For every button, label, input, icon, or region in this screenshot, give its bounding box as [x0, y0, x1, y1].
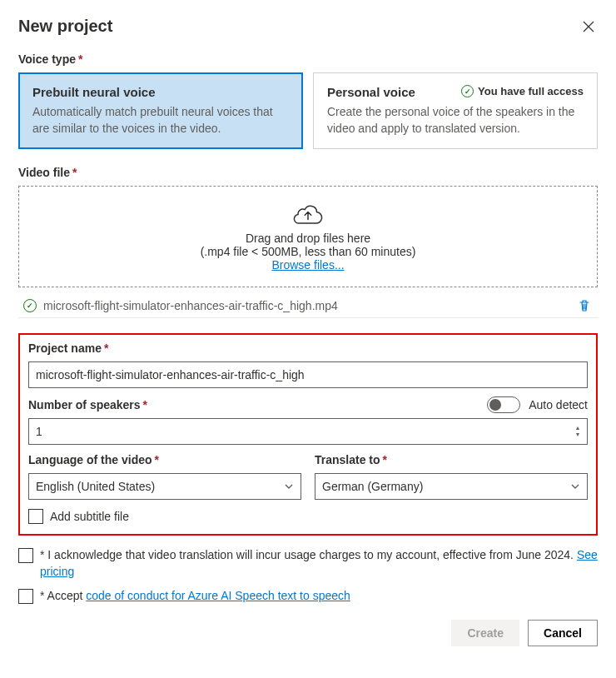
speakers-spinner[interactable]: ▴ ▾	[572, 419, 584, 444]
close-button[interactable]	[579, 17, 598, 36]
auto-detect-label: Auto detect	[529, 398, 588, 411]
success-check-icon	[23, 299, 37, 312]
highlighted-form-region: Project name * Number of speakers * Auto…	[18, 333, 598, 536]
voice-card-personal-desc: Create the personal voice of the speaker…	[327, 104, 584, 137]
subtitle-checkbox[interactable]	[28, 509, 43, 524]
close-icon	[583, 21, 594, 32]
language-label: Language of the video	[28, 453, 152, 466]
dropzone-subtext: (.mp4 file < 500MB, less than 60 minutes…	[34, 245, 582, 258]
check-circle-icon	[461, 85, 474, 97]
file-dropzone[interactable]: Drag and drop files here (.mp4 file < 50…	[18, 186, 598, 287]
language-select[interactable]: English (United States)	[28, 473, 301, 500]
required-asterisk: *	[155, 453, 159, 466]
access-badge: You have full access	[461, 85, 584, 97]
translate-value: German (Germany)	[322, 480, 423, 493]
project-name-label: Project name	[28, 341, 102, 355]
voice-card-personal[interactable]: You have full access Personal voice Crea…	[313, 72, 598, 149]
required-asterisk: *	[143, 398, 147, 411]
project-name-input[interactable]	[28, 361, 588, 388]
required-asterisk: *	[78, 52, 82, 66]
auto-detect-toggle[interactable]	[487, 396, 520, 413]
chevron-down-icon	[284, 481, 294, 491]
dialog-title: New project	[18, 17, 112, 36]
charges-ack-checkbox[interactable]	[18, 548, 33, 563]
voice-type-label: Voice type	[18, 52, 76, 66]
create-button[interactable]: Create	[451, 620, 519, 646]
translate-label: Translate to	[315, 453, 380, 466]
language-value: English (United States)	[36, 480, 155, 493]
trash-icon	[578, 299, 591, 312]
subtitle-label: Add subtitle file	[50, 510, 129, 523]
spinner-down-icon[interactable]: ▾	[572, 431, 584, 438]
dropzone-text: Drag and drop files here	[34, 232, 582, 245]
code-of-conduct-link[interactable]: code of conduct for Azure AI Speech text…	[86, 589, 350, 602]
coc-accept-checkbox[interactable]	[18, 589, 33, 604]
required-asterisk: *	[72, 166, 77, 179]
voice-card-prebuilt[interactable]: Prebuilt neural voice Automatically matc…	[18, 72, 303, 149]
browse-files-link[interactable]: Browse files...	[271, 258, 344, 272]
delete-file-button[interactable]	[576, 297, 593, 314]
speakers-label: Number of speakers	[28, 398, 141, 411]
cloud-upload-icon	[34, 202, 582, 225]
voice-card-prebuilt-title: Prebuilt neural voice	[32, 85, 289, 99]
charges-ack-text: * I acknowledge that video translation w…	[40, 548, 577, 561]
translate-select[interactable]: German (Germany)	[315, 473, 588, 500]
video-file-label: Video file	[18, 166, 70, 179]
required-asterisk: *	[383, 453, 387, 466]
speakers-value: 1	[36, 425, 42, 438]
voice-card-prebuilt-desc: Automatically match prebuilt neural voic…	[32, 104, 289, 137]
uploaded-file-name: microsoft-flight-simulator-enhances-air-…	[43, 299, 569, 312]
required-asterisk: *	[104, 341, 108, 355]
uploaded-file-row: microsoft-flight-simulator-enhances-air-…	[18, 294, 598, 318]
speakers-select[interactable]: 1 ▴ ▾	[28, 418, 588, 445]
cancel-button[interactable]: Cancel	[528, 620, 598, 646]
access-badge-text: You have full access	[478, 85, 584, 97]
chevron-down-icon	[570, 481, 580, 491]
coc-accept-prefix: * Accept	[40, 589, 86, 602]
